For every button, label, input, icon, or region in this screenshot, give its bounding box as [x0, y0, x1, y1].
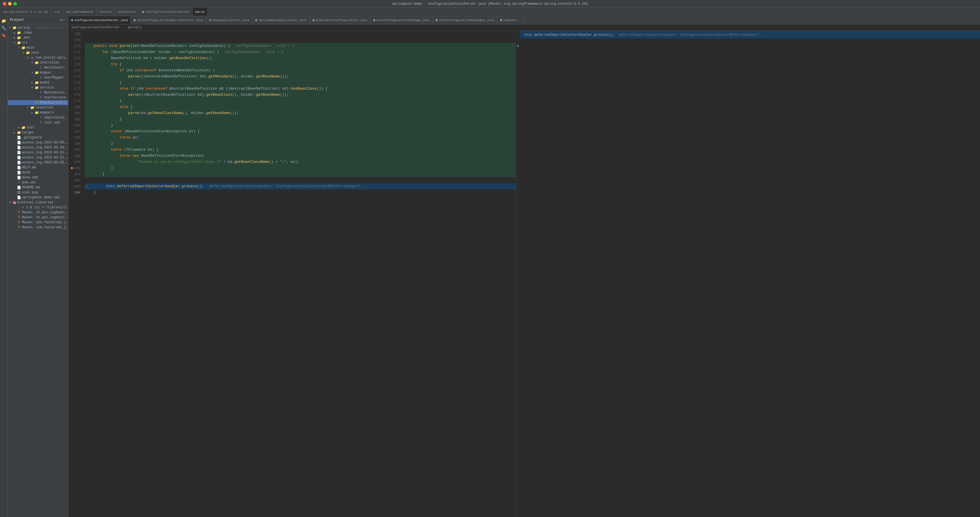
breadcrumb-method[interactable]: parse() [128, 25, 142, 29]
tree-item-idea[interactable]: ▶ 📁 .idea [8, 30, 68, 35]
tree-item-hello-controller[interactable]: C HelloController [8, 65, 68, 70]
tree-item-root[interactable]: ▼ 📁 springboot-demo ~/Documents/prog... [8, 25, 68, 30]
editor-tabs: ConfigurationClassParser.java AutoConfig… [68, 16, 980, 24]
file-icon: 📄 [17, 170, 21, 175]
inline-hint-193: deferredImportSelectorHandler: Configura… [209, 183, 367, 189]
tree-item-init-sql[interactable]: S init.sql [8, 120, 68, 125]
tab-context[interactable]: context [96, 8, 115, 16]
project-icon[interactable]: 📁 [1, 18, 7, 24]
tree-item-log5[interactable]: 📄 access_log.2022-03-26.log [8, 160, 68, 165]
code-wrapper[interactable]: 168 169 170 171 172 173 174 175 176 177 … [68, 31, 520, 517]
tree-arrow: ▼ [25, 56, 30, 59]
spring-boot-icon: 🌿 [34, 100, 39, 105]
tree-item-test[interactable]: ▶ 📁 test [8, 125, 68, 130]
tree-item-mvn[interactable]: ▶ 📁 .mvn [8, 35, 68, 40]
tree-item-controller[interactable]: ▼ 📁 controller [8, 60, 68, 65]
tab-parse-method[interactable]: parse [192, 8, 208, 16]
tree-item-log3[interactable]: 📄 access_log.2022-03-11.log [8, 150, 68, 155]
sidebar-icons[interactable]: ⚙ — [60, 18, 66, 22]
tree-item-helpmd[interactable]: 📄 HELP.md [8, 165, 68, 170]
tree-item-model[interactable]: ▶ 📁 model [8, 80, 68, 85]
tree-item-jackson1[interactable]: M Maven: com.fasterxml.jackson.co... [8, 220, 68, 225]
editor-tab-enable-auto[interactable]: EnableAutoConfiguration.java [310, 16, 370, 24]
editor-tab-component[interactable]: Compone... [497, 16, 525, 24]
editor-tab-demo[interactable]: DemoApplication.java [206, 16, 252, 24]
maven-icon: M [17, 220, 21, 225]
tab-configparser-label: ConfigurationClassParser [145, 10, 189, 14]
editor-tab-auto-import[interactable]: AutoConfigurationImportSelector.java [131, 16, 206, 24]
maximize-button[interactable] [13, 2, 17, 6]
code-line-182: } [85, 116, 516, 122]
tree-item-ext-libs[interactable]: ▼ 📚 External Libraries [8, 200, 68, 205]
log-icon: 📄 [17, 155, 21, 160]
structure-icon[interactable]: 🔧 [1, 25, 7, 31]
tree-item-application-yaml[interactable]: Y application.yaml [8, 115, 68, 120]
tree-item-jdk[interactable]: ☕ < 1.8 (2) > /Library/Java/JavaVirt... [8, 205, 68, 210]
tab-jar[interactable]: spring-context-5.3.16.jar [0, 8, 52, 16]
tree-item-src[interactable]: ▼ 📁 src [8, 40, 68, 45]
tree-label: com.jessin.springboot.c [35, 56, 68, 60]
minimize-button[interactable] [8, 2, 12, 6]
tree-label: .idea [22, 31, 68, 35]
tree-item-mappers[interactable]: ▶ 📁 mappers [8, 110, 68, 115]
project-sidebar: Project ⚙ — ▼ 📁 springboot-demo ~/Docume… [8, 16, 68, 517]
tree-item-myconditional[interactable]: C MyConditionalCo [8, 90, 68, 95]
tab-annotation-label: annotation [118, 10, 136, 14]
editor-tab-auto-pkgs[interactable]: AutoConfigurationPackages.java [433, 16, 497, 24]
window-controls[interactable] [3, 2, 17, 6]
tree-item-log4[interactable]: 📄 access_log.2022-03-22.log [8, 155, 68, 160]
editor-tab-auto-pkg[interactable]: AutoConfigurationPackage.java [370, 16, 433, 24]
tab-springframework[interactable]: springframework [63, 8, 96, 16]
sidebar-settings-icon[interactable]: ⚙ [60, 18, 62, 22]
tree-item-main[interactable]: ▼ 📁 main [8, 45, 68, 50]
tree-item-service[interactable]: ▼ 📁 service [8, 85, 68, 90]
tree-item-user-service[interactable]: C UserService [8, 95, 68, 100]
tree-item-pom[interactable]: X pom.xml [8, 180, 68, 185]
code-line-194: } [85, 189, 516, 195]
tab-configparser-class[interactable]: ConfigurationClassParser [139, 8, 192, 16]
libs-icon: 📚 [12, 200, 17, 205]
code-text: } [85, 165, 113, 171]
editor-tab-springboot[interactable]: SpringBootApplication.java [252, 16, 310, 24]
tree-item-scan-png[interactable]: 🖼 scan.png [8, 190, 68, 195]
sidebar-collapse-icon[interactable]: — [64, 18, 66, 22]
tree-item-target[interactable]: ▶ 📁 target [8, 130, 68, 135]
tree-item-log2[interactable]: 📄 access_log.2022-03-10.log [8, 145, 68, 150]
tree-item-java[interactable]: ▼ 📁 java [8, 50, 68, 55]
tree-item-jackson2[interactable]: M Maven: com.fasterxml.jackson.co... [8, 225, 68, 230]
tree-item-mvnw-cmd[interactable]: 📄 mvnw.cmd [8, 175, 68, 180]
editor-tab-config-parser[interactable]: ConfigurationClassParser.java [68, 16, 131, 24]
code-content[interactable]: public void parse(Set<BeanDefinitionHold… [83, 31, 516, 517]
tree-arrow: ▼ [8, 201, 12, 204]
code-text: } [85, 141, 113, 147]
tab-annotation[interactable]: annotation [115, 8, 139, 16]
tree-item-resources[interactable]: ▼ 📁 resources [8, 105, 68, 110]
tab-org[interactable]: org [52, 8, 63, 16]
inline-hint-171: configCandidates: size = 1 [225, 49, 283, 55]
tree-item-readme[interactable]: 📄 README.md [8, 185, 68, 190]
tree-item-demo-application[interactable]: 🌿 DemoApplication [8, 100, 68, 105]
tree-item-logback2[interactable]: M Maven: ch.qos.logback:logback-c... [8, 215, 68, 220]
tree-item-package[interactable]: ▼ ◉ com.jessin.springboot.c [8, 55, 68, 60]
tree-item-mvnw[interactable]: 📄 mvnw [8, 170, 68, 175]
code-text: } [85, 98, 122, 104]
tree-label: controller [40, 61, 68, 65]
tree-item-logback1[interactable]: M Maven: ch.qos.logback:logback-c... [8, 210, 68, 215]
tree-item-gitignore[interactable]: 📄 .gitignore [8, 135, 68, 140]
java-dot [500, 19, 502, 21]
tree-item-mapper[interactable]: ▼ 📁 mapper [8, 70, 68, 75]
tree-label: UserMapper [44, 76, 68, 79]
tree-arrow: ▼ [12, 41, 17, 44]
editor-tab-label: AutoConfigurationImportSelector.java [137, 19, 203, 22]
md-icon: 📄 [17, 165, 21, 170]
line-gutter: 168 169 170 171 172 173 174 175 176 177 … [68, 31, 83, 517]
close-button[interactable] [3, 2, 6, 6]
tree-item-user-mapper[interactable]: I UserMapper [8, 75, 68, 80]
tree-item-log1[interactable]: 📄 access_log.2022-03-06.log [8, 140, 68, 145]
maven-icon: M [17, 215, 21, 220]
breadcrumb-class[interactable]: ConfigurationClassParser [72, 25, 120, 29]
folder-icon: 📁 [34, 110, 39, 115]
tree-label: mvnw [22, 171, 68, 174]
bookmark-icon[interactable]: 🔖 [1, 32, 7, 38]
tree-item-iml[interactable]: 📄 springboot-demo.iml [8, 195, 68, 200]
